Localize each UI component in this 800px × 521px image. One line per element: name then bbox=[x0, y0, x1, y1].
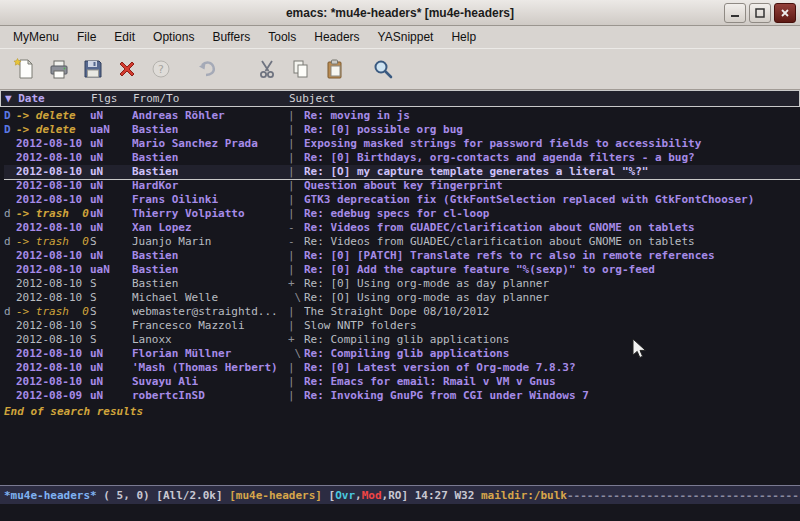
message-row[interactable]: D -> delete uN Andreas Röhler | Re: movi… bbox=[4, 109, 800, 123]
mark-cell: d bbox=[4, 207, 16, 221]
message-row[interactable]: 2012-08-10 S Lanoxx + Re: Compiling glib… bbox=[4, 333, 800, 347]
menu-item-yasnippet[interactable]: YASnippet bbox=[369, 28, 443, 46]
menu-item-help[interactable]: Help bbox=[442, 28, 485, 46]
message-row[interactable]: d -> trash 0 S Juanjo Marin - Re: Videos… bbox=[4, 235, 800, 249]
subject-cell: Re: Compiling glib applications bbox=[304, 333, 800, 347]
cut-button[interactable] bbox=[250, 52, 284, 86]
message-row[interactable]: 2012-08-10 uN Bastien | Re: [0] Birthday… bbox=[4, 151, 800, 165]
from-cell: Bastien bbox=[132, 277, 288, 291]
message-row[interactable]: 2012-08-10 S Michael Welle \ Re: [O] Usi… bbox=[4, 291, 800, 305]
date-cell: 2012-08-10 bbox=[16, 375, 90, 389]
menu-item-buffers[interactable]: Buffers bbox=[203, 28, 259, 46]
subject-cell: Re: [0] Birthdays, org-contacts and agen… bbox=[304, 151, 800, 165]
date-cell: 2012-08-10 bbox=[16, 277, 90, 291]
message-row[interactable]: 2012-08-09 uN robertcInSD | Re: Invoking… bbox=[4, 389, 800, 403]
echo-area[interactable] bbox=[0, 504, 800, 521]
thread-indicator: - bbox=[288, 235, 304, 249]
save-button[interactable] bbox=[76, 52, 110, 86]
modeline-position: ( 5, 0) bbox=[103, 489, 156, 502]
from-cell: Thierry Volpiatto bbox=[132, 207, 288, 221]
message-row-current[interactable]: 2012-08-10 uN Bastien | Re: [O] my captu… bbox=[4, 165, 800, 179]
date-cell: 2012-08-10 bbox=[16, 263, 90, 277]
message-row[interactable]: 2012-08-10 uN 'Mash (Thomas Herbert) | R… bbox=[4, 361, 800, 375]
end-of-search-results: End of search results bbox=[4, 404, 800, 419]
flags-cell: uN bbox=[90, 165, 132, 179]
header-flags[interactable]: Flgs bbox=[91, 92, 133, 105]
flags-cell: uN bbox=[90, 207, 132, 221]
from-cell: Bastien bbox=[132, 249, 288, 263]
kill-buffer-button[interactable] bbox=[110, 52, 144, 86]
message-row[interactable]: D -> delete uaN Bastien | Re: [0] possib… bbox=[4, 123, 800, 137]
modeline-buffer-name: *mu4e-headers* bbox=[4, 489, 103, 502]
flags-cell: uN bbox=[90, 151, 132, 165]
message-row[interactable]: 2012-08-10 uN HardKor | Question about k… bbox=[4, 179, 800, 193]
title-bar[interactable]: emacs: *mu4e-headers* [mu4e-headers] bbox=[0, 0, 800, 26]
message-row[interactable]: d -> trash 0 uN Thierry Volpiatto | Re: … bbox=[4, 207, 800, 221]
modeline-maildir: maildir:/bulk bbox=[481, 489, 567, 502]
message-row[interactable]: 2012-08-10 uN Suvayu Ali | Re: Emacs for… bbox=[4, 375, 800, 389]
undo-icon bbox=[195, 57, 219, 81]
from-cell: Francesco Mazzoli bbox=[132, 319, 288, 333]
thread-indicator: - bbox=[288, 221, 304, 235]
paste-button[interactable] bbox=[318, 52, 352, 86]
subject-cell: Slow NNTP folders bbox=[304, 319, 800, 333]
modeline-time: 14:27 W32 bbox=[408, 489, 481, 502]
thread-indicator: \ bbox=[288, 291, 304, 305]
maximize-button[interactable] bbox=[749, 3, 771, 23]
from-cell: Lanoxx bbox=[132, 333, 288, 347]
message-row[interactable]: d -> trash 0 S webmaster@straightd... | … bbox=[4, 305, 800, 319]
kill-buffer-icon bbox=[115, 57, 139, 81]
mark-cell bbox=[4, 333, 16, 347]
menu-item-tools[interactable]: Tools bbox=[259, 28, 305, 46]
help-button[interactable]: ? bbox=[144, 52, 178, 86]
minimize-button[interactable] bbox=[724, 3, 746, 23]
print-button[interactable] bbox=[42, 52, 76, 86]
from-cell: Xan Lopez bbox=[132, 221, 288, 235]
menu-item-file[interactable]: File bbox=[68, 28, 105, 46]
flags-cell: uaN bbox=[90, 123, 132, 137]
undo-button[interactable] bbox=[190, 52, 224, 86]
minimize-icon bbox=[730, 8, 740, 18]
menu-item-mymenu[interactable]: MyMenu bbox=[4, 28, 68, 46]
thread-indicator: | bbox=[288, 193, 304, 207]
subject-cell: Re: [0] possible org bug bbox=[304, 123, 800, 137]
thread-indicator: | bbox=[288, 361, 304, 375]
message-row[interactable]: 2012-08-10 uaN Bastien | Re: [0] Add the… bbox=[4, 263, 800, 277]
mode-line[interactable]: *mu4e-headers* ( 5, 0) [All/2.0k] [mu4e-… bbox=[0, 485, 800, 504]
subject-cell: Re: [0] Latest version of Org-mode 7.8.3… bbox=[304, 361, 800, 375]
subject-cell: Re: edebug specs for cl-loop bbox=[304, 207, 800, 221]
mark-cell bbox=[4, 263, 16, 277]
header-from[interactable]: From/To bbox=[133, 92, 289, 105]
header-subject[interactable]: Subject bbox=[289, 92, 799, 105]
close-button[interactable] bbox=[774, 3, 796, 23]
copy-button[interactable] bbox=[284, 52, 318, 86]
message-row[interactable]: 2012-08-10 uN Mario Sanchez Prada | Expo… bbox=[4, 137, 800, 151]
window-buttons bbox=[724, 3, 796, 23]
menu-item-options[interactable]: Options bbox=[144, 28, 203, 46]
modeline-modified-flag: Mod bbox=[362, 489, 382, 502]
date-cell: 2012-08-09 bbox=[16, 389, 90, 403]
mark-cell bbox=[4, 249, 16, 263]
menu-item-edit[interactable]: Edit bbox=[105, 28, 144, 46]
date-cell: 2012-08-10 bbox=[16, 179, 90, 193]
message-row[interactable]: 2012-08-10 uN Bastien | Re: [0] [PATCH] … bbox=[4, 249, 800, 263]
date-cell: 2012-08-10 bbox=[16, 319, 90, 333]
thread-indicator: | bbox=[288, 179, 304, 193]
flags-cell: uN bbox=[90, 389, 132, 403]
search-button[interactable] bbox=[366, 52, 400, 86]
thread-indicator: | bbox=[288, 263, 304, 277]
date-cell: 2012-08-10 bbox=[16, 333, 90, 347]
mark-cell bbox=[4, 389, 16, 403]
message-row[interactable]: 2012-08-10 uN Florian Müllner \ Re: Comp… bbox=[4, 347, 800, 361]
message-row[interactable]: 2012-08-10 S Bastien + Re: [0] Using org… bbox=[4, 277, 800, 291]
new-file-button[interactable] bbox=[8, 52, 42, 86]
message-row[interactable]: 2012-08-10 S Francesco Mazzoli | Slow NN… bbox=[4, 319, 800, 333]
message-row[interactable]: 2012-08-10 uN Frans Oilinki | GTK3 depre… bbox=[4, 193, 800, 207]
mark-cell bbox=[4, 361, 16, 375]
header-sort-date[interactable]: ▼ Date bbox=[5, 92, 91, 105]
menu-item-headers[interactable]: Headers bbox=[305, 28, 368, 46]
cut-icon bbox=[255, 57, 279, 81]
mark-cell bbox=[4, 319, 16, 333]
mark-cell bbox=[4, 221, 16, 235]
message-row[interactable]: 2012-08-10 uN Xan Lopez - Re: Videos fro… bbox=[4, 221, 800, 235]
